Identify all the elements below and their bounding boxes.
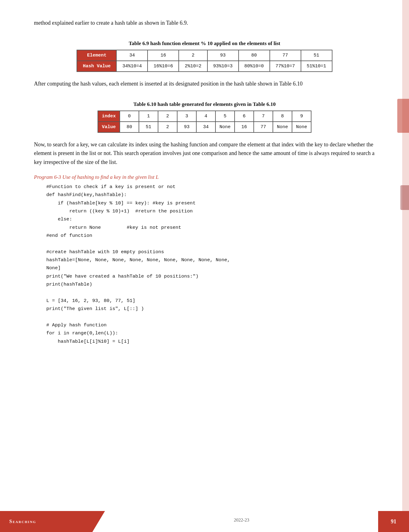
table1-row-element: Element 34 16 2 93 80 77 51 — [77, 50, 332, 61]
table2-row-value: Value 80 51 2 93 34 None 16 77 None None — [98, 122, 311, 132]
table1-row-hash: Hash Value 34%10=4 16%10=6 2%10=2 93%10=… — [77, 61, 332, 72]
footer-section-label: Searching — [9, 519, 36, 524]
table2-idx-2: 2 — [158, 111, 177, 122]
table1-hash-80: 80%10=0 — [239, 61, 270, 72]
table2-val-3: 93 — [177, 122, 196, 132]
table2-val-8: None — [273, 122, 292, 132]
table2-idx-0: 0 — [120, 111, 139, 122]
table1-el-77: 77 — [270, 50, 301, 61]
table2: index 0 1 2 3 4 5 6 7 8 9 Value 80 51 2 … — [98, 111, 311, 133]
footer-center: 2022-23 — [105, 511, 378, 532]
footer-right: 91 — [378, 511, 409, 532]
table2-val-0: 80 — [120, 122, 139, 132]
table2-idx-3: 3 — [177, 111, 196, 122]
right-bar — [402, 0, 409, 532]
footer: Searching 2022-23 91 — [0, 511, 409, 532]
table2-val-4: 34 — [196, 122, 215, 132]
table2-val-5: None — [215, 122, 235, 132]
table1-el-93: 93 — [207, 50, 239, 61]
table1-el-2: 2 — [179, 50, 207, 61]
table1-element-header: Element — [77, 50, 116, 61]
table2-value-header: Value — [98, 122, 120, 132]
table1-el-34: 34 — [116, 50, 148, 61]
table2-val-2: 2 — [158, 122, 177, 132]
table1-hash-16: 16%10=6 — [148, 61, 179, 72]
table1-el-51: 51 — [301, 50, 332, 61]
right-tab-2 — [400, 185, 409, 210]
table2-idx-4: 4 — [196, 111, 215, 122]
table2-val-7: 77 — [254, 122, 273, 132]
table2-row-index: index 0 1 2 3 4 5 6 7 8 9 — [98, 111, 311, 122]
table2-wrapper: Table 6.10 hash table generated for elem… — [34, 94, 375, 140]
table2-idx-8: 8 — [273, 111, 292, 122]
table1-el-80: 80 — [239, 50, 270, 61]
footer-page-number: 91 — [391, 518, 396, 525]
table1-wrapper: Table 6.9 hash function element % 10 app… — [34, 33, 375, 79]
table1-hash-header: Hash Value — [77, 61, 116, 72]
page: method explained earlier to create a has… — [0, 0, 409, 532]
table2-index-header: index — [98, 111, 120, 122]
table1-hash-51: 51%10=1 — [301, 61, 332, 72]
table2-idx-1: 1 — [139, 111, 158, 122]
intro-text: method explained earlier to create a has… — [34, 19, 375, 27]
after-table1-text: After computing the hash values, each el… — [34, 79, 375, 88]
table1-hash-2: 2%10=2 — [179, 61, 207, 72]
table2-val-6: 16 — [235, 122, 254, 132]
table2-val-1: 51 — [139, 122, 158, 132]
footer-left: Searching — [0, 511, 105, 532]
program-title: Program 6-3 Use of hashing to find a key… — [34, 174, 375, 180]
table2-val-9: None — [292, 122, 311, 132]
body-text: Now, to search for a key, we can calcula… — [34, 140, 375, 167]
table2-caption: Table 6.10 hash table generated for elem… — [133, 101, 276, 107]
table2-idx-5: 5 — [215, 111, 235, 122]
table2-idx-6: 6 — [235, 111, 254, 122]
footer-year: 2022-23 — [234, 517, 249, 523]
table2-idx-7: 7 — [254, 111, 273, 122]
right-decoration — [397, 0, 409, 532]
table1: Element 34 16 2 93 80 77 51 Hash Value 3… — [77, 50, 332, 72]
table1-hash-93: 93%10=3 — [207, 61, 239, 72]
table1-el-16: 16 — [148, 50, 179, 61]
code-block: #Function to check if a key is present o… — [46, 183, 375, 346]
table2-idx-9: 9 — [292, 111, 311, 122]
table1-hash-77: 77%10=7 — [270, 61, 301, 72]
right-tab-1 — [397, 99, 409, 133]
table1-caption: Table 6.9 hash function element % 10 app… — [129, 40, 280, 47]
table1-hash-34: 34%10=4 — [116, 61, 148, 72]
